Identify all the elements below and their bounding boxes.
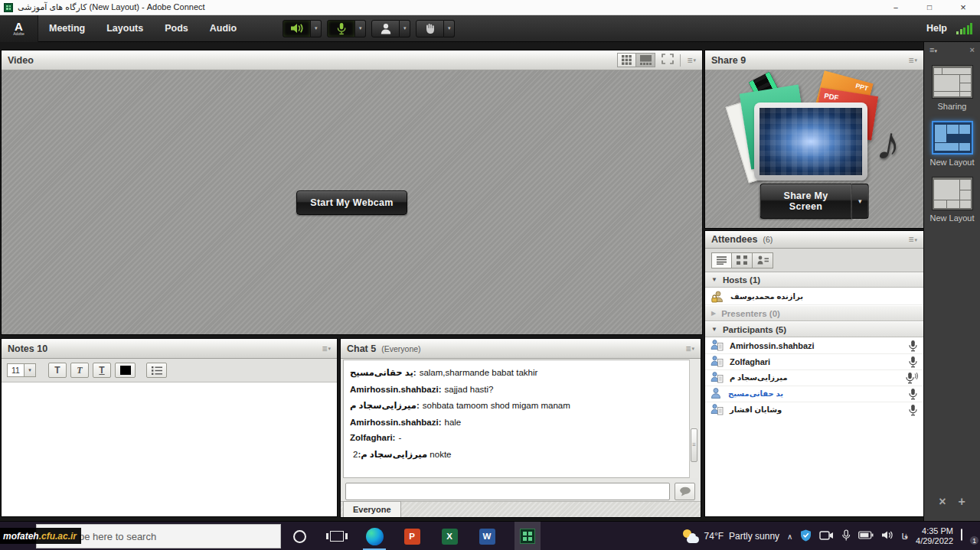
layout-thumb-new-layout[interactable] bbox=[932, 177, 973, 210]
window-title-rest: (New Layout) - Adobe Connect bbox=[90, 2, 205, 11]
menu-meeting[interactable]: Meeting bbox=[38, 15, 96, 42]
participant-row[interactable]: ید حقانی‌مسیح bbox=[705, 386, 923, 402]
weather-temp: 74°F bbox=[704, 531, 724, 542]
security-tray-icon[interactable] bbox=[800, 529, 812, 544]
participant-row[interactable]: Amirhossin.shahbazi bbox=[705, 338, 923, 354]
task-view-button[interactable] bbox=[327, 525, 347, 548]
microphone-button[interactable] bbox=[327, 20, 355, 37]
share-my-screen-button[interactable]: Share My Screen bbox=[760, 184, 852, 219]
meet-now-icon[interactable] bbox=[819, 530, 834, 543]
mic-icon[interactable] bbox=[908, 356, 918, 368]
language-indicator[interactable]: فا bbox=[901, 532, 908, 542]
notes-pod-menu-icon[interactable] bbox=[322, 344, 331, 353]
chat-pod-menu-icon[interactable] bbox=[685, 344, 694, 353]
layouts-menu-icon[interactable] bbox=[929, 45, 937, 54]
menu-pods[interactable]: Pods bbox=[154, 15, 199, 42]
mic-icon[interactable] bbox=[908, 404, 918, 416]
connection-status-icon[interactable] bbox=[956, 23, 972, 34]
excel-button[interactable]: X bbox=[439, 525, 459, 548]
mic-icon[interactable] bbox=[908, 388, 918, 400]
layout-label[interactable]: Sharing bbox=[938, 102, 967, 111]
attendees-pod-menu-icon[interactable] bbox=[908, 235, 917, 244]
webcam-button[interactable] bbox=[371, 20, 400, 37]
scrollbar-thumb[interactable] bbox=[691, 428, 697, 462]
raise-hand-dropdown[interactable] bbox=[444, 20, 455, 37]
hosts-section-header[interactable]: ▼ Hosts (1) bbox=[705, 272, 923, 288]
adobe-connect-taskbar-button[interactable] bbox=[514, 522, 541, 550]
layouts-close-icon[interactable] bbox=[970, 45, 975, 54]
speaker-dropdown[interactable] bbox=[311, 20, 322, 37]
cortana-button[interactable] bbox=[289, 525, 309, 548]
layout-thumb-new-layout-selected[interactable] bbox=[932, 121, 973, 155]
help-link[interactable]: Help bbox=[926, 23, 947, 34]
chat-text: hale bbox=[445, 418, 462, 427]
share-pod-menu-icon[interactable] bbox=[908, 56, 917, 65]
layout-label[interactable]: New Layout bbox=[929, 213, 974, 223]
menu-layouts[interactable]: Layouts bbox=[96, 15, 154, 42]
attendee-status-view-button[interactable] bbox=[753, 252, 773, 268]
participant-row[interactable]: Zolfaghari bbox=[705, 354, 923, 370]
chat-messages[interactable]: ید حقانی‌مسیح:salam,sharmande babat takh… bbox=[343, 360, 698, 478]
powerpoint-button[interactable]: P bbox=[402, 525, 422, 548]
mic-active-icon[interactable] bbox=[905, 372, 918, 384]
list-view-icon bbox=[716, 255, 727, 265]
delete-layout-icon[interactable] bbox=[939, 495, 946, 509]
attendee-list-view-button[interactable] bbox=[711, 252, 732, 268]
participants-section-header[interactable]: ▼ Participants (5) bbox=[705, 322, 923, 337]
fullscreen-button[interactable] bbox=[662, 54, 674, 67]
start-webcam-button[interactable]: Start My Webcam bbox=[296, 190, 407, 215]
status-view-icon bbox=[757, 255, 769, 265]
window-title-fa: کارگاه های آموزشی bbox=[18, 2, 87, 11]
chevron-down-icon: ▼ bbox=[711, 326, 717, 333]
chat-input[interactable] bbox=[345, 483, 670, 500]
breakout-view-button[interactable] bbox=[732, 252, 753, 268]
video-pod-menu-icon[interactable] bbox=[687, 56, 696, 65]
notes-content[interactable] bbox=[2, 382, 337, 516]
raise-hand-button[interactable] bbox=[416, 20, 444, 37]
font-size-value[interactable]: 11 bbox=[7, 363, 24, 377]
microphone-dropdown[interactable] bbox=[355, 20, 366, 37]
participant-row[interactable]: وشایان افشار bbox=[705, 402, 923, 418]
share-pod-body: PPT PDF ♪ Share My Screen bbox=[705, 70, 923, 228]
grid-view-button[interactable] bbox=[617, 53, 636, 67]
participant-row[interactable]: میرزایی‌سجاد م bbox=[705, 370, 923, 386]
volume-icon[interactable] bbox=[881, 530, 893, 542]
text-color-button[interactable] bbox=[115, 363, 136, 378]
webcam-dropdown[interactable] bbox=[400, 20, 410, 37]
restore-button[interactable] bbox=[913, 0, 946, 15]
close-button[interactable] bbox=[946, 0, 980, 15]
layout-thumb-sharing[interactable] bbox=[932, 65, 973, 99]
action-center-button[interactable]: 1 bbox=[961, 529, 976, 543]
bold-button[interactable]: T bbox=[48, 363, 67, 378]
bullet-list-button[interactable] bbox=[146, 363, 167, 378]
add-layout-icon[interactable] bbox=[959, 495, 965, 509]
minimize-button[interactable] bbox=[879, 0, 913, 15]
hosts-label: Hosts (1) bbox=[723, 275, 760, 285]
font-size-dropdown[interactable] bbox=[24, 363, 36, 377]
notes-pod: Notes 10 11 T T T bbox=[2, 339, 337, 516]
chevron-down-icon: ▼ bbox=[711, 276, 717, 283]
adobe-logo[interactable]: A Adobe bbox=[0, 15, 38, 42]
presenters-section-header[interactable]: ▶ Presenters (0) bbox=[705, 306, 923, 321]
host-row[interactable]: برازنده محمدیوسف bbox=[705, 288, 923, 305]
mic-icon[interactable] bbox=[908, 340, 918, 352]
chat-text: sajjad hasti? bbox=[445, 385, 494, 394]
weather-widget[interactable]: 74°F Partly sunny bbox=[682, 529, 780, 543]
send-message-button[interactable] bbox=[675, 483, 695, 500]
attendees-toolbar bbox=[705, 249, 923, 272]
menu-audio[interactable]: Audio bbox=[199, 15, 247, 42]
edge-button[interactable] bbox=[364, 525, 384, 548]
word-button[interactable]: W bbox=[477, 525, 497, 548]
chat-scrollbar[interactable] bbox=[689, 360, 698, 478]
layout-label[interactable]: New Layout bbox=[929, 158, 974, 167]
share-options-dropdown[interactable] bbox=[852, 184, 869, 219]
italic-button[interactable]: T bbox=[70, 363, 89, 378]
filmstrip-view-button[interactable] bbox=[636, 53, 655, 67]
microphone-tray-icon[interactable] bbox=[841, 529, 851, 544]
show-hidden-icons-button[interactable] bbox=[787, 531, 792, 542]
underline-button[interactable]: T bbox=[93, 363, 111, 378]
clock[interactable]: 4:35 PM 4/29/2022 bbox=[916, 526, 953, 547]
speaker-button[interactable] bbox=[283, 20, 311, 37]
tab-everyone[interactable]: Everyone bbox=[343, 501, 401, 517]
battery-icon[interactable] bbox=[858, 531, 874, 542]
